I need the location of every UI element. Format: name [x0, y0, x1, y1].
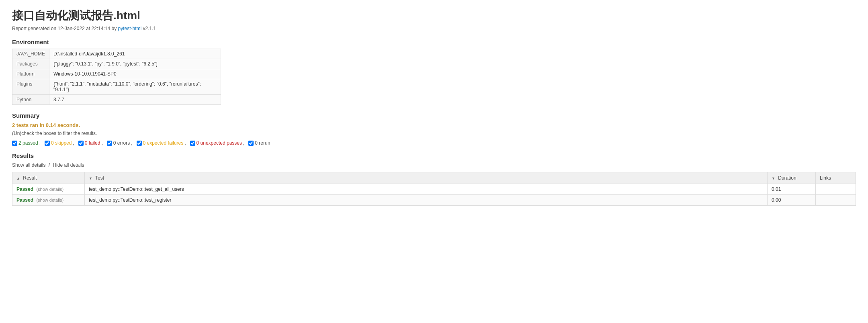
results-heading: Results — [12, 152, 856, 159]
environment-table: JAVA_HOME D:\installed-dir\Java\jdk1.8.0… — [12, 49, 221, 105]
checkbox-errors[interactable] — [107, 141, 112, 146]
duration-cell: 0.01 — [768, 184, 816, 195]
th-result-label: Result — [23, 175, 37, 181]
result-label: Passed — [16, 186, 33, 192]
filter-unexpected-passes: 0 unexpected passes, — [190, 140, 245, 146]
failed-count: 0 failed — [85, 140, 100, 146]
checkbox-expected-failures[interactable] — [137, 141, 142, 146]
pytest-html-link[interactable]: pytest-html — [118, 26, 142, 31]
result-label: Passed — [16, 197, 33, 203]
env-row: Platform Windows-10-10.0.19041-SP0 — [12, 69, 221, 79]
passed-count: 2 passed — [18, 140, 38, 146]
filter-passed: 2 passed, — [12, 140, 41, 146]
filter-failed: 0 failed, — [78, 140, 103, 146]
env-key: Python — [12, 95, 49, 105]
env-row: Plugins {"html": "2.1.1", "metadata": "1… — [12, 79, 221, 95]
env-value: {"pluggy": "0.13.1", "py": "1.9.0", "pyt… — [49, 59, 221, 69]
table-header-row: ▲ Result ▼ Test ▼ Duration Links — [12, 172, 856, 184]
duration-cell: 0.00 — [768, 195, 816, 206]
errors-count: 0 errors — [113, 140, 130, 146]
env-value: D:\installed-dir\Java\jdk1.8.0_261 — [49, 49, 221, 59]
filter-row: 2 passed, 0 skipped, 0 failed, 0 errors,… — [12, 140, 856, 146]
env-row: JAVA_HOME D:\installed-dir\Java\jdk1.8.0… — [12, 49, 221, 59]
results-detail-links: Show all details / Hide all details — [12, 162, 856, 168]
unexpected-passes-count: 0 unexpected passes — [197, 140, 242, 146]
env-value: Windows-10-10.0.19041-SP0 — [49, 69, 221, 79]
run-time-unit: seconds. — [57, 122, 80, 128]
filter-errors: 0 errors, — [107, 140, 133, 146]
checkbox-skipped[interactable] — [45, 141, 50, 146]
env-value: {"html": "2.1.1", "metadata": "1.10.0", … — [49, 79, 221, 95]
th-duration[interactable]: ▼ Duration — [768, 172, 816, 184]
run-time: 0.14 — [46, 122, 57, 128]
rerun-count: 0 rerun — [255, 140, 270, 146]
filter-rerun: 0 rerun — [248, 140, 270, 146]
report-generated-text: Report generated on 12-Jan-2022 at 22:14… — [12, 26, 117, 31]
separator: / — [49, 162, 50, 168]
env-row: Packages {"pluggy": "0.13.1", "py": "1.9… — [12, 59, 221, 69]
sort-icon-duration: ▼ — [772, 176, 775, 180]
env-key: JAVA_HOME — [12, 49, 49, 59]
env-key: Packages — [12, 59, 49, 69]
checkbox-failed[interactable] — [78, 141, 84, 146]
links-cell — [816, 184, 856, 195]
filter-skipped: 0 skipped, — [45, 140, 74, 146]
sort-icon-result: ▲ — [16, 176, 20, 180]
checkbox-unexpected-passes[interactable] — [190, 141, 195, 146]
run-text: 2 tests ran in — [12, 122, 44, 128]
skipped-count: 0 skipped — [51, 140, 72, 146]
table-row: Passed (show details) test_demo.py::Test… — [12, 184, 856, 195]
env-key: Platform — [12, 69, 49, 79]
hide-all-details-link[interactable]: Hide all details — [53, 162, 84, 168]
result-cell: Passed (show details) — [12, 195, 85, 206]
test-cell: test_demo.py::TestDemo::test_register — [85, 195, 768, 206]
th-duration-label: Duration — [778, 175, 796, 181]
expected-failures-count: 0 expected failures — [143, 140, 184, 146]
summary-heading: Summary — [12, 112, 856, 119]
report-meta: Report generated on 12-Jan-2022 at 22:14… — [12, 26, 856, 31]
pytest-version: v2.1.1 — [143, 26, 156, 31]
summary-run-text: 2 tests ran in 0.14 seconds. — [12, 122, 856, 128]
th-test-label: Test — [95, 175, 104, 181]
show-details-link[interactable]: (show details) — [36, 198, 63, 202]
test-cell: test_demo.py::TestDemo::test_get_all_use… — [85, 184, 768, 195]
filter-expected-failures: 0 expected failures, — [137, 140, 186, 146]
filter-instruction: (Un)check the boxes to filter the result… — [12, 131, 856, 136]
env-key: Plugins — [12, 79, 49, 95]
env-row: Python 3.7.7 — [12, 95, 221, 105]
page-title: 接口自动化测试报告.html — [12, 8, 856, 23]
table-row: Passed (show details) test_demo.py::Test… — [12, 195, 856, 206]
th-links: Links — [816, 172, 856, 184]
th-links-label: Links — [820, 175, 831, 181]
environment-heading: Environment — [12, 39, 856, 45]
env-value: 3.7.7 — [49, 95, 221, 105]
sort-icon-test: ▼ — [89, 176, 92, 180]
th-result[interactable]: ▲ Result — [12, 172, 85, 184]
show-details-link[interactable]: (show details) — [36, 187, 63, 192]
checkbox-passed[interactable] — [12, 141, 17, 146]
results-table: ▲ Result ▼ Test ▼ Duration Links Passed … — [12, 172, 856, 206]
result-cell: Passed (show details) — [12, 184, 85, 195]
checkbox-rerun[interactable] — [248, 141, 254, 146]
show-all-details-link[interactable]: Show all details — [12, 162, 45, 168]
links-cell — [816, 195, 856, 206]
th-test[interactable]: ▼ Test — [85, 172, 768, 184]
